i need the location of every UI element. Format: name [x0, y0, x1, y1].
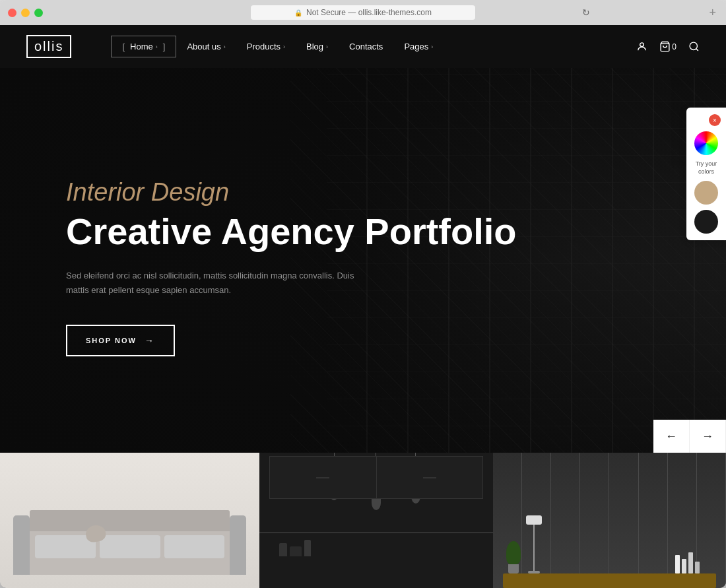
color-picker-close-button[interactable]: ×: [709, 114, 721, 126]
hero-description: Sed eleifend orci ac nisl sollicitudin, …: [66, 269, 356, 298]
kitchen-panel: [259, 453, 492, 588]
user-icon-button[interactable]: [636, 41, 647, 52]
nav-label-home: Home: [130, 42, 153, 51]
color-picker-panel: × Try your colors: [686, 108, 726, 240]
address-text: Not Secure — ollis.like-themes.com: [306, 8, 432, 17]
nav-item-contacts[interactable]: Contacts: [339, 36, 393, 57]
counter-item-2: [290, 546, 302, 556]
book-3: [688, 552, 693, 573]
v-panel-4: [580, 453, 609, 588]
user-icon: [636, 41, 647, 52]
minimize-button[interactable]: [21, 9, 30, 17]
sofa-cushions: [30, 529, 230, 575]
sofa-arm-right: [230, 515, 246, 575]
nav-label-products: Products: [247, 42, 280, 51]
desk-items: [675, 552, 700, 573]
image-strip: [0, 453, 726, 588]
nav-item-products[interactable]: Products ›: [236, 36, 296, 57]
living-room-panel: [0, 453, 259, 588]
sofa-scene: [13, 496, 246, 575]
v-panel-8: [697, 453, 726, 588]
nav-label-contacts: Contacts: [349, 42, 383, 51]
chevron-icon-products: ›: [283, 44, 285, 50]
color-wheel[interactable]: [694, 131, 718, 155]
color-picker-label: Try your colors: [692, 160, 721, 176]
cabinet-handle-1: [316, 477, 329, 478]
v-panel-6: [639, 453, 668, 588]
nav-menu: Home › About us › Products › Blog › Cont…: [111, 36, 636, 57]
counter-item-3: [304, 540, 311, 556]
nav-label-about: About us: [187, 42, 220, 51]
refresh-icon: ↻: [582, 7, 590, 18]
hero-section: Interior Design Creative Agency Portfoli…: [0, 68, 726, 453]
chevron-icon-about: ›: [224, 44, 226, 50]
window-controls: [8, 9, 43, 17]
shop-now-button[interactable]: SHOP NOW →: [66, 325, 175, 356]
nav-item-home[interactable]: Home ›: [111, 36, 176, 57]
nav-item-blog[interactable]: Blog ›: [296, 36, 339, 57]
cabinet-handle-2: [423, 477, 436, 478]
hero-title: Creative Agency Portfolio: [66, 211, 700, 253]
cabinet-door-1: [270, 457, 376, 498]
plant-leaves: [506, 541, 521, 564]
lock-icon: 🔒: [294, 9, 302, 16]
shop-now-label: SHOP NOW: [86, 337, 137, 344]
navbar: ollis Home › About us › Products › Blog …: [0, 25, 726, 68]
lamp-pole: [533, 525, 535, 571]
sofa-body: [30, 529, 230, 575]
refresh-button[interactable]: ↻: [478, 7, 693, 18]
kitchen-upper-cabinet: [269, 456, 482, 499]
website-content: ollis Home › About us › Products › Blog …: [0, 25, 726, 588]
office-plant: [506, 541, 521, 573]
floor-lamp: [526, 515, 542, 573]
office-panel: [493, 453, 726, 588]
nav-label-pages: Pages: [404, 42, 428, 51]
search-icon-button[interactable]: [688, 41, 700, 52]
cabinet-door-2: [377, 457, 482, 498]
hero-content: Interior Design Creative Agency Portfoli…: [0, 68, 726, 453]
new-tab-button[interactable]: +: [709, 6, 716, 20]
chevron-icon-blog: ›: [326, 44, 328, 50]
cart-icon-button[interactable]: 0: [659, 41, 676, 52]
v-panel-5: [609, 453, 638, 588]
address-bar[interactable]: 🔒 Not Secure — ollis.like-themes.com: [251, 5, 475, 20]
cushion-2: [100, 535, 160, 558]
nav-item-pages[interactable]: Pages ›: [393, 36, 444, 57]
sofa-back: [30, 510, 230, 531]
nav-item-about[interactable]: About us ›: [176, 36, 236, 57]
color-swatch-dark[interactable]: [694, 210, 718, 234]
office-desk: [503, 573, 716, 588]
book-4: [695, 562, 700, 573]
kitchen-counter: [259, 532, 492, 588]
chevron-icon-home: ›: [156, 44, 158, 50]
arrow-icon: →: [145, 335, 155, 346]
counter-item-1: [279, 543, 287, 556]
color-swatch-beige[interactable]: [694, 181, 718, 205]
close-button[interactable]: [8, 9, 16, 17]
cabinet-doors: [270, 457, 482, 498]
book-2: [682, 559, 686, 573]
maximize-button[interactable]: [34, 9, 43, 17]
search-icon: [688, 41, 700, 52]
sofa-arm-left: [13, 515, 30, 575]
nav-icons: 0: [636, 41, 700, 52]
lamp-base: [528, 571, 540, 573]
close-icon: ×: [713, 117, 717, 124]
new-tab-icon: +: [709, 6, 716, 19]
chevron-icon-pages: ›: [431, 44, 433, 50]
book-1: [675, 555, 680, 573]
browser-window: 🔒 Not Secure — ollis.like-themes.com ↻ +…: [0, 0, 726, 588]
counter-items: [279, 540, 311, 556]
svg-point-2: [690, 42, 697, 49]
lamp-shade: [526, 515, 542, 525]
titlebar: 🔒 Not Secure — ollis.like-themes.com ↻ +: [0, 0, 726, 25]
v-panel-3: [551, 453, 580, 588]
cart-count: 0: [672, 42, 676, 51]
nav-label-blog: Blog: [306, 42, 323, 51]
plant-pot: [508, 564, 519, 573]
svg-point-0: [640, 43, 644, 47]
cushion-3: [164, 535, 225, 558]
hero-subtitle: Interior Design: [66, 178, 700, 208]
site-logo[interactable]: ollis: [26, 35, 71, 58]
cart-icon: [659, 41, 671, 52]
